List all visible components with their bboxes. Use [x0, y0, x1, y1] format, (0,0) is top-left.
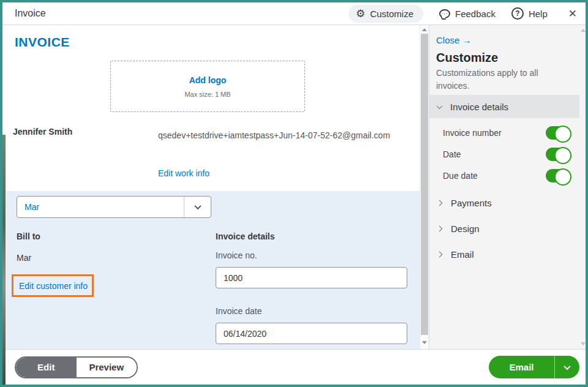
invoice-date-label: Invoice date [216, 306, 262, 316]
toggle-row-date: Date [443, 147, 570, 162]
scroll-up-arrow[interactable] [581, 29, 586, 32]
section-email-label: Email [451, 249, 474, 260]
titlebar-actions: ⚙ Customize ··· Feedback ? Help ✕ [349, 5, 577, 23]
customize-button[interactable]: ⚙ Customize [349, 5, 423, 23]
section-design-label: Design [451, 224, 480, 234]
section-invoice-details-label: Invoice details [450, 102, 508, 112]
customer-dropdown-value: Mar [17, 202, 184, 212]
work-email: qsedev+testdrive+iamtestpass+Jun-14-07-5… [158, 129, 396, 141]
chevron-right-icon [437, 225, 443, 231]
email-dropdown-segment[interactable] [555, 356, 579, 378]
email-button[interactable]: Email [489, 356, 555, 378]
edit-preview-toggle: Edit Preview [15, 356, 138, 378]
section-email[interactable]: Email [429, 245, 579, 263]
company-name: Jennifer Smith [13, 127, 72, 137]
footer-bar: Edit Preview Email [2, 349, 586, 385]
chevron-right-icon [437, 200, 443, 206]
question-mark-icon: ? [511, 7, 524, 20]
bill-to-value: Mar [17, 253, 31, 263]
scrollbar-thumb[interactable] [421, 34, 428, 335]
dropdown-arrow-segment[interactable] [184, 197, 211, 217]
speech-bubble-icon: ··· [439, 9, 450, 18]
due-date-toggle[interactable] [546, 169, 570, 182]
sidebar-subtitle: Customizations apply to all invoices. [436, 67, 568, 92]
add-logo-dropzone[interactable]: Add logo Max size: 1 MB [110, 61, 305, 112]
scroll-up-arrow[interactable] [422, 28, 427, 31]
email-split-button[interactable]: Email [489, 356, 579, 378]
scroll-down-arrow[interactable] [581, 342, 586, 345]
invoice-heading: INVOICE [15, 35, 70, 50]
customer-dropdown[interactable]: Mar [17, 196, 211, 218]
help-button-label: Help [529, 9, 548, 19]
gear-icon: ⚙ [356, 9, 365, 19]
feedback-button[interactable]: ··· Feedback [439, 9, 496, 19]
toggle-label: Invoice number [443, 128, 502, 138]
section-payments[interactable]: Payments [429, 194, 579, 212]
close-icon[interactable]: ✕ [568, 7, 577, 20]
scroll-down-arrow[interactable] [422, 341, 427, 344]
edit-work-info-link[interactable]: Edit work info [158, 168, 209, 178]
sidebar-title: Customize [436, 51, 498, 65]
add-logo-hint: Max size: 1 MB [184, 91, 230, 98]
feedback-button-label: Feedback [455, 9, 496, 19]
sidebar-close-link[interactable]: Close → [436, 35, 472, 45]
customize-button-label: Customize [370, 9, 413, 19]
sidebar-scrollbar[interactable] [580, 25, 586, 349]
edit-customer-info-link[interactable]: Edit customer info [13, 281, 88, 291]
invoice-number-toggle[interactable] [546, 126, 570, 140]
toggle-row-due-date: Due date [443, 168, 570, 183]
chevron-right-icon [437, 251, 443, 257]
chevron-down-icon [564, 363, 570, 369]
chevron-down-icon [194, 203, 201, 209]
invoice-preview-pane: INVOICE Add logo Max size: 1 MB Jennifer… [2, 25, 429, 349]
invoice-details-label: Invoice details [216, 231, 274, 241]
edit-customer-highlight-box: Edit customer info [12, 274, 94, 297]
invoice-form-section: Mar Bill to Mar Edit customer info Invoi… [2, 191, 420, 349]
help-button[interactable]: ? Help [511, 7, 548, 20]
invoice-date-input[interactable] [216, 323, 407, 344]
toggle-label: Date [443, 149, 461, 159]
date-toggle[interactable] [546, 148, 570, 161]
modal-body: INVOICE Add logo Max size: 1 MB Jennifer… [2, 25, 586, 349]
invoice-no-label: Invoice no. [216, 250, 257, 260]
preview-tab-button[interactable]: Preview [77, 358, 137, 377]
add-logo-label: Add logo [189, 75, 227, 85]
title-bar: Invoice ⚙ Customize ··· Feedback ? Help … [2, 2, 586, 25]
invoice-no-input[interactable] [216, 267, 407, 288]
section-invoice-details[interactable]: Invoice details [429, 95, 579, 118]
page-title: Invoice [15, 8, 46, 19]
section-design[interactable]: Design [429, 219, 579, 238]
edit-tab-button[interactable]: Edit [16, 358, 77, 377]
customize-sidebar: Close → Customize Customizations apply t… [429, 25, 586, 349]
bill-to-label: Bill to [17, 231, 40, 241]
section-payments-label: Payments [451, 198, 492, 208]
chevron-down-icon [437, 103, 443, 109]
invoice-modal: Invoice ⚙ Customize ··· Feedback ? Help … [0, 0, 588, 387]
background-page-sliver [2, 135, 6, 385]
main-scrollbar[interactable] [420, 25, 429, 349]
toggle-label: Due date [443, 171, 478, 181]
toggle-row-invoice-number: Invoice number [443, 126, 570, 140]
